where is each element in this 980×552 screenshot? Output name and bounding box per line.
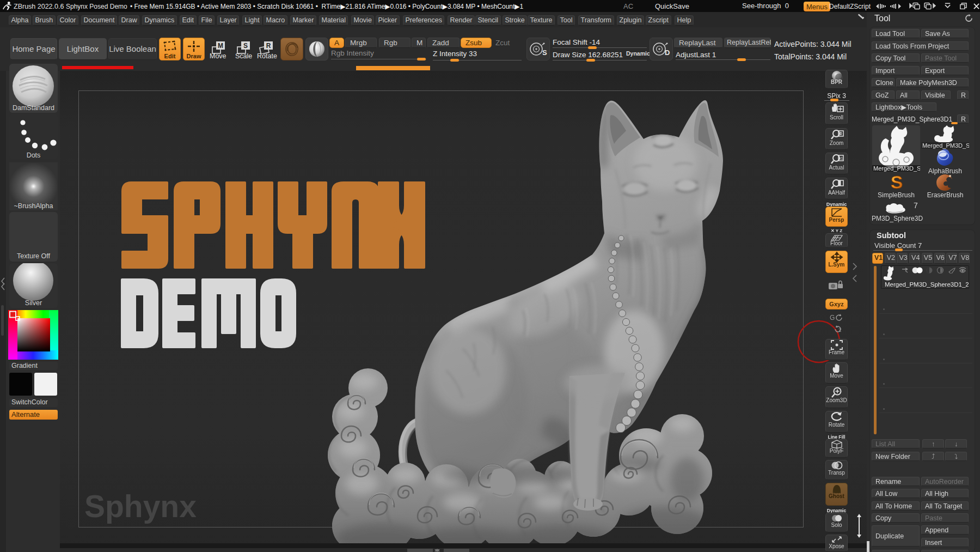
svg-text:G: G bbox=[830, 314, 835, 322]
svg-text:x1: x1 bbox=[839, 156, 843, 160]
svg-text:S: S bbox=[891, 173, 903, 191]
svg-text:M: M bbox=[218, 42, 223, 50]
svg-text:S: S bbox=[542, 48, 547, 57]
svg-text:R: R bbox=[266, 42, 271, 50]
svg-text:Sphynx: Sphynx bbox=[84, 489, 197, 524]
svg-text:S: S bbox=[243, 42, 248, 50]
svg-text:D: D bbox=[665, 48, 670, 57]
svg-text:z: z bbox=[838, 326, 842, 333]
